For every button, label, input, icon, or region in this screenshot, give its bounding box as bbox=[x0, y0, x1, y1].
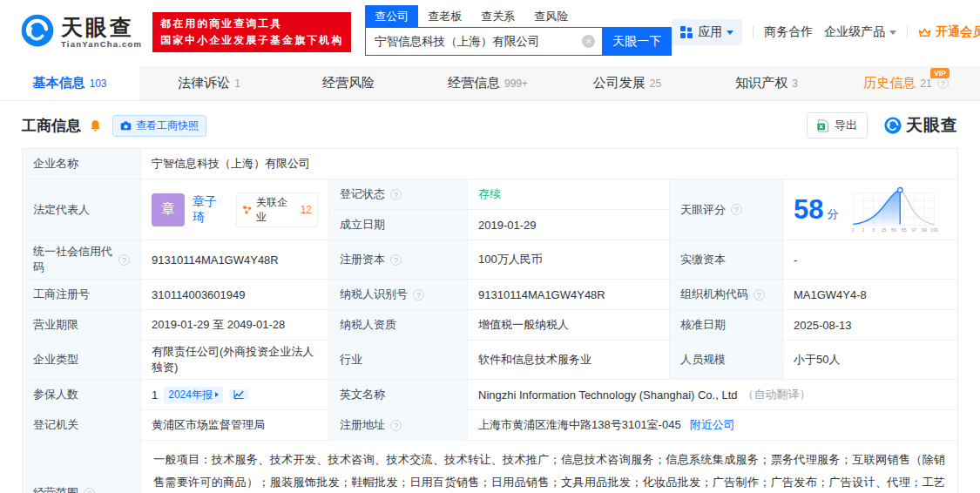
field-value-paid-capital: - bbox=[782, 240, 957, 279]
slogan-line-1: 都在用的商业查询工具 bbox=[160, 16, 343, 32]
tab-count: 999+ bbox=[504, 78, 528, 90]
export-button[interactable]: 导出 bbox=[807, 112, 868, 138]
table-row: 登记机关 黄浦区市场监督管理局 注册地址 上海市黄浦区淮海中路138号3101室… bbox=[23, 409, 957, 440]
svg-text:1: 1 bbox=[862, 226, 865, 232]
business-info-table: 企业名称 宁智信息科技（上海）有限公司 法定代表人 章 章子琦 关联企业 12 bbox=[22, 148, 958, 493]
business-info-header: 工商信息 查看工商快照 导出 天眼 bbox=[0, 101, 980, 146]
field-value-legal-representative: 章 章子琦 关联企业 12 bbox=[140, 179, 328, 240]
apps-menu[interactable]: 应用 bbox=[672, 19, 742, 45]
info-icon[interactable] bbox=[118, 254, 130, 266]
field-label-business-term: 营业期限 bbox=[23, 310, 140, 340]
table-row: 统一社会信用代码 91310114MA1GW4Y48R 注册资本 100万人民币… bbox=[23, 240, 957, 279]
tab-company-development[interactable]: 公司发展 25 bbox=[558, 66, 697, 100]
search-input[interactable] bbox=[365, 27, 602, 56]
nav-enterprise[interactable]: 企业级产品 bbox=[824, 24, 896, 40]
field-value-english-name: Ningzhi Information Technology (Shanghai… bbox=[467, 380, 957, 409]
table-row: 营业期限 2019-01-29 至 2049-01-28 纳税人资质 增值税一般… bbox=[23, 309, 957, 340]
svg-text:100: 100 bbox=[931, 226, 939, 232]
chevron-down-icon bbox=[889, 30, 896, 35]
business-snapshot-button[interactable]: 查看工商快照 bbox=[112, 115, 206, 137]
info-icon[interactable] bbox=[937, 78, 949, 89]
table-row: 参保人数 1 2024年报 英文名称 Ningzhi Information T… bbox=[23, 379, 957, 409]
info-icon[interactable] bbox=[731, 204, 742, 215]
field-label-paid-capital: 实缴资本 bbox=[669, 240, 782, 279]
tab-count: 1 bbox=[234, 78, 240, 90]
legal-representative-link[interactable]: 章子琦 bbox=[193, 194, 228, 226]
field-value-registration-number: 310114003601949 bbox=[140, 280, 328, 309]
search-tab-risk[interactable]: 查风险 bbox=[524, 5, 578, 27]
tab-history-info[interactable]: VIP 历史信息 21 bbox=[836, 66, 976, 100]
field-value-registration-authority: 黄浦区市场监督管理局 bbox=[140, 410, 328, 440]
chevron-down-icon bbox=[727, 30, 733, 35]
excel-icon bbox=[817, 119, 829, 132]
field-label-english-name: 英文名称 bbox=[328, 380, 467, 409]
enterprise-label: 企业级产品 bbox=[824, 24, 885, 40]
nearby-companies-link[interactable]: 附近公司 bbox=[690, 417, 735, 433]
tab-count: 3 bbox=[792, 78, 798, 90]
insured-trend-chart-button[interactable] bbox=[229, 389, 248, 400]
svg-text:15: 15 bbox=[882, 226, 887, 232]
top-nav: 应用 商务合作 企业级产品 开通会员 bbox=[672, 19, 980, 45]
score-value: 58 bbox=[794, 196, 823, 223]
divider bbox=[753, 26, 754, 38]
tianyancha-logo-icon bbox=[883, 116, 902, 135]
vip-upgrade[interactable]: 开通会员 bbox=[918, 24, 980, 40]
table-row: 工商注册号 310114003601949 纳税人识别号 91310114MA1… bbox=[23, 279, 957, 309]
field-label-establish-date: 成立日期 bbox=[329, 210, 467, 240]
tab-legal-proceedings[interactable]: 法律诉讼 1 bbox=[139, 66, 279, 100]
field-label-registered-capital: 注册资本 bbox=[328, 240, 467, 279]
tianyancha-logo[interactable]: 天眼查 TianYanCha.com bbox=[19, 12, 142, 52]
field-value-company-name: 宁智信息科技（上海）有限公司 bbox=[140, 149, 957, 179]
search-tab-relation[interactable]: 查关系 bbox=[471, 5, 524, 27]
tab-label: 历史信息 bbox=[863, 75, 916, 91]
tab-label: 知识产权 bbox=[735, 75, 787, 91]
field-value-insured-count: 1 2024年报 bbox=[140, 380, 328, 409]
field-label-legal-representative: 法定代表人 bbox=[23, 179, 140, 240]
tab-basic-info[interactable]: 基本信息 103 bbox=[0, 66, 139, 100]
nav-cooperation[interactable]: 商务合作 bbox=[764, 24, 813, 40]
info-icon[interactable] bbox=[390, 254, 402, 266]
field-value-registered-address: 上海市黄浦区淮海中路138号3101室-045 附近公司 bbox=[467, 410, 957, 440]
info-icon[interactable] bbox=[413, 289, 424, 301]
search-tabs: 查公司 查老板 查关系 查风险 bbox=[365, 5, 672, 27]
related-companies-badge[interactable]: 关联企业 12 bbox=[236, 192, 318, 227]
tab-intellectual-property[interactable]: 知识产权 3 bbox=[697, 66, 836, 100]
network-icon bbox=[242, 205, 253, 215]
annual-report-label: 2024年报 bbox=[168, 388, 213, 402]
search-tab-boss[interactable]: 查老板 bbox=[418, 5, 471, 27]
field-value-business-term: 2019-01-29 至 2049-01-28 bbox=[140, 310, 328, 340]
field-value-company-type: 有限责任公司(外商投资企业法人独资) bbox=[140, 341, 328, 379]
subscribe-bell-icon[interactable] bbox=[89, 119, 102, 132]
field-label-staff-size: 人员规模 bbox=[669, 341, 782, 379]
export-label: 导出 bbox=[835, 118, 857, 133]
tab-label: 法律诉讼 bbox=[178, 75, 230, 91]
table-row: 企业名称 宁智信息科技（上海）有限公司 bbox=[23, 149, 957, 179]
tab-operation-risk[interactable]: 经营风险 bbox=[279, 66, 418, 100]
field-value-tyc-score[interactable]: 58 分 bbox=[782, 179, 957, 240]
auto-translate-note: （自动翻译） bbox=[743, 387, 811, 402]
tab-label: 公司发展 bbox=[593, 75, 645, 91]
field-label-organization-code: 组织机构代码 bbox=[669, 280, 782, 309]
brand-slogan: 都在用的商业查询工具 国家中小企业发展子基金旗下机构 bbox=[152, 12, 351, 52]
info-icon[interactable] bbox=[390, 189, 402, 200]
annual-report-link[interactable]: 2024年报 bbox=[164, 387, 223, 403]
svg-text:50: 50 bbox=[892, 226, 897, 232]
slogan-line-2: 国家中小企业发展子基金旗下机构 bbox=[160, 32, 343, 49]
avatar[interactable]: 章 bbox=[152, 193, 185, 226]
logo-name: 天眼查 bbox=[61, 16, 142, 38]
camera-icon bbox=[120, 121, 132, 131]
info-icon[interactable] bbox=[84, 488, 95, 493]
search-button[interactable]: 天眼一下 bbox=[602, 27, 672, 56]
field-label-registration-status: 登记状态 bbox=[329, 179, 467, 209]
search-tab-company[interactable]: 查公司 bbox=[365, 5, 418, 27]
divider bbox=[907, 26, 908, 38]
field-label-taxpayer-id: 纳税人识别号 bbox=[328, 280, 467, 309]
field-label-business-scope: 经营范围 bbox=[23, 441, 140, 493]
info-icon[interactable] bbox=[390, 420, 402, 431]
tab-operation-info[interactable]: 经营信息 999+ bbox=[418, 66, 558, 100]
info-icon[interactable] bbox=[754, 289, 765, 301]
field-label-registration-number: 工商注册号 bbox=[23, 280, 140, 309]
apps-label: 应用 bbox=[698, 24, 722, 40]
tab-label: 经营信息 bbox=[448, 75, 500, 91]
svg-text:0: 0 bbox=[852, 226, 855, 232]
